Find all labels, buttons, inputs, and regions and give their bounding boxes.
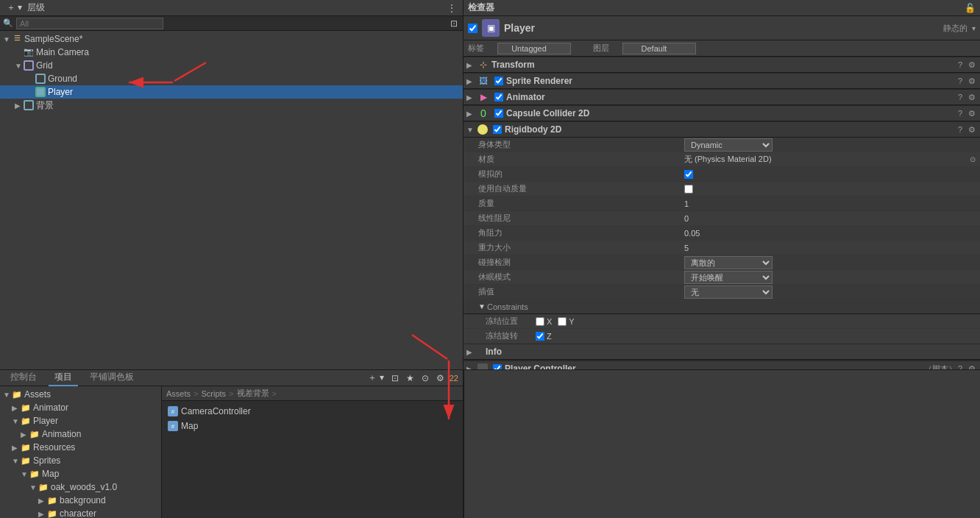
interpolate-dropdown[interactable]: 无 <box>684 285 773 299</box>
file-map[interactable]: # Map <box>165 419 460 433</box>
player-controller-tag: （脚本） <box>924 363 956 370</box>
freeze-z-checkbox[interactable] <box>536 332 544 341</box>
samplescene-label: SampleScene* <box>24 34 82 44</box>
freeze-x-checkbox[interactable] <box>536 317 544 326</box>
sprite-renderer-settings-btn[interactable]: ⚙ <box>967 77 977 86</box>
breadcrumb-assets: Assets <box>166 389 191 398</box>
tree-character[interactable]: ▶ 📁 character <box>0 507 161 518</box>
hierarchy-item-background[interactable]: ▶ 背景 <box>0 99 463 112</box>
collision-label: 碰撞检测 <box>478 257 684 268</box>
player-controller-help-btn[interactable]: ? <box>956 364 964 369</box>
hierarchy-item-player[interactable]: Player <box>0 85 463 99</box>
bottom-search-btn[interactable]: ⊙ <box>419 372 431 384</box>
player-controller-checkbox[interactable] <box>493 364 502 369</box>
sprite-renderer-checkbox[interactable] <box>494 77 503 85</box>
tree-assets[interactable]: ▼ 📁 Assets <box>0 388 161 401</box>
gravity-row: 重力大小 5 <box>464 241 980 255</box>
animator-folder-icon: 📁 <box>21 403 31 413</box>
freeze-y-checkbox[interactable] <box>558 317 567 326</box>
hierarchy-item-ground[interactable]: Ground <box>0 72 463 85</box>
assets-folder-icon: 📁 <box>12 390 22 400</box>
player-label: Player <box>48 87 73 97</box>
player-controller-component: ▶ Player Controller （脚本） ? ⚙ 脚本 PlayerCo… <box>464 360 980 369</box>
tree-animation[interactable]: ▶ 📁 Animation <box>0 427 161 441</box>
file-camera-controller[interactable]: # CameraController <box>165 404 460 419</box>
sprite-renderer-help-btn[interactable]: ? <box>956 77 964 85</box>
linear-drag-value: 0 <box>684 214 976 223</box>
hierarchy-search-input[interactable] <box>16 18 163 29</box>
tag-dropdown[interactable]: Untagged <box>497 43 571 54</box>
auto-mass-checkbox[interactable] <box>684 185 693 194</box>
capsule-collider-checkbox[interactable] <box>494 109 503 118</box>
sleep-dropdown[interactable]: 开始唤醒 <box>684 271 773 284</box>
gameobject-header: ▣ Player 静态的 ▾ <box>464 16 980 40</box>
collision-dropdown[interactable]: 离散的 <box>684 256 773 269</box>
animator-name: Animator <box>506 92 956 102</box>
sprite-renderer-header[interactable]: ▶ 🖼 Sprite Renderer ? ⚙ <box>464 73 980 89</box>
animator-header[interactable]: ▶ ▶ Animator ? ⚙ <box>464 89 980 105</box>
hierarchy-item-samplescene[interactable]: ▼ ☰ SampleScene* <box>0 32 463 46</box>
player-controller-settings-btn[interactable]: ⚙ <box>967 364 977 370</box>
gameobject-enabled-checkbox[interactable] <box>468 24 477 33</box>
bottom-favorite-btn[interactable]: ★ <box>404 372 416 384</box>
freeze-y-group: Y <box>558 317 574 326</box>
scene-icon: ☰ <box>12 34 22 44</box>
hierarchy-item-maincamera[interactable]: 📷 Main Camera <box>0 46 463 59</box>
material-link-icon: ⊙ <box>970 155 976 163</box>
tree-map[interactable]: ▼ 📁 Map <box>0 467 161 480</box>
rigidbody2d-help-btn[interactable]: ? <box>956 125 964 134</box>
bg-folder-icon: 📁 <box>47 496 57 505</box>
info-section[interactable]: ▶ Info <box>464 344 980 360</box>
console-tab[interactable]: 控制台 <box>4 369 43 386</box>
hierarchy-item-grid[interactable]: ▼ Grid <box>0 59 463 72</box>
project-content: ▼ 📁 Assets ▶ 📁 Animator ▼ 📁 Player <box>0 386 463 518</box>
tree-resources[interactable]: ▶ 📁 Resources <box>0 441 161 454</box>
animator-checkbox[interactable] <box>494 93 503 102</box>
player-controller-header[interactable]: ▶ Player Controller （脚本） ? ⚙ <box>464 361 980 369</box>
freeze-y-label: Y <box>569 317 574 326</box>
tree-player[interactable]: ▼ 📁 Player <box>0 414 161 427</box>
simulated-label: 模拟的 <box>478 168 684 180</box>
tree-oakwoods[interactable]: ▼ 📁 oak_woods_v1.0 <box>0 480 161 494</box>
material-prop-row: 材质 无 (Physics Material 2D) ⊙ <box>464 152 980 167</box>
project-tab[interactable]: 项目 <box>49 369 78 386</box>
capsule-collider-header[interactable]: ▶ 0 Capsule Collider 2D ? ⚙ <box>464 105 980 121</box>
tree-animator[interactable]: ▶ 📁 Animator <box>0 401 161 414</box>
capsule-collider-settings-btn[interactable]: ⚙ <box>967 109 977 118</box>
transform-arrow: ▶ <box>466 61 475 69</box>
rigidbody2d-name: Rigidbody 2D <box>505 124 956 135</box>
transform-help-btn[interactable]: ? <box>956 60 964 69</box>
rigidbody2d-arrow: ▼ <box>466 126 475 134</box>
hierarchy-add-btn[interactable]: ＋ ▾ <box>4 1 24 15</box>
tree-sprites[interactable]: ▼ 📁 Sprites <box>0 454 161 467</box>
bottom-add-btn[interactable]: ＋ ▾ <box>366 371 386 385</box>
transform-settings-btn[interactable]: ⚙ <box>967 60 977 70</box>
tree-background[interactable]: ▶ 📁 background <box>0 494 161 507</box>
freeze-x-label: X <box>547 317 552 326</box>
layer-dropdown[interactable]: Default <box>622 43 696 54</box>
body-type-dropdown[interactable]: Dynamic <box>684 138 773 152</box>
hierarchy-expand-btn[interactable]: ⊡ <box>448 18 460 29</box>
animator-help-btn[interactable]: ? <box>956 93 964 102</box>
bottom-right-spacer <box>464 370 980 518</box>
animator-settings-btn[interactable]: ⚙ <box>967 93 977 102</box>
tree-sprites-label: Sprites <box>33 455 60 466</box>
rigidbody2d-checkbox[interactable] <box>493 125 502 134</box>
bottom-expand-btn[interactable]: ⊡ <box>389 372 401 384</box>
project-files-area: Assets > Scripts > 视差背景 > # CameraContro… <box>162 386 463 518</box>
hierarchy-menu-btn[interactable]: ⋮ <box>445 2 458 14</box>
constraints-label: Constraints <box>487 302 528 311</box>
tag-layer-row: 标签 Untagged 图层 Default <box>464 40 980 57</box>
rigidbody2d-settings-btn[interactable]: ⚙ <box>967 125 977 135</box>
bottom-packages-btn[interactable]: ⚙ <box>434 372 447 384</box>
breadcrumb-diff: 视差背景 <box>237 388 269 399</box>
color-grading-tab[interactable]: 平铺调色板 <box>84 369 140 386</box>
oakwoods-folder-icon: 📁 <box>38 483 49 492</box>
sprite-renderer-arrow: ▶ <box>466 77 475 85</box>
transform-component-header[interactable]: ▶ ⊹ Transform ? ⚙ <box>464 57 980 73</box>
capsule-collider-help-btn[interactable]: ? <box>956 109 964 118</box>
simulated-checkbox[interactable] <box>684 170 693 179</box>
tree-map-label: Map <box>42 469 59 479</box>
rigidbody2d-header[interactable]: ▼ Rigidbody 2D ? ⚙ <box>464 121 980 138</box>
inspector-lock-icon[interactable]: 🔓 <box>965 3 976 13</box>
